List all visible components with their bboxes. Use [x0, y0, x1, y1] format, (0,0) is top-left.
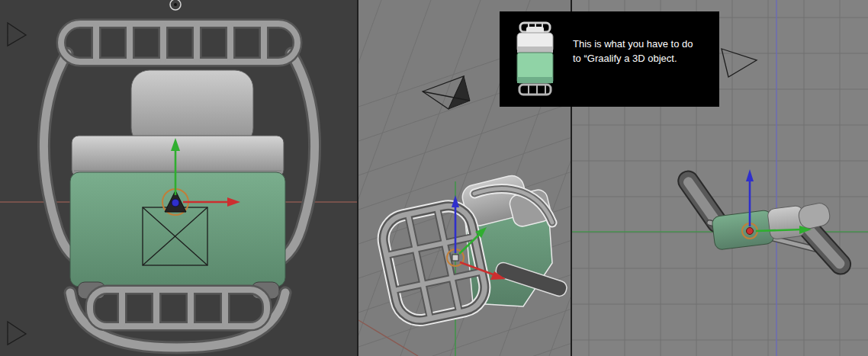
tooltip-line-1: This is what you have to do: [573, 37, 693, 51]
thumbnail-lid-shade: [517, 47, 553, 53]
tooltip-text: This is what you have to do to “Graalify…: [573, 11, 693, 66]
seat-back[interactable]: [131, 70, 253, 146]
thumbnail-body-shade: [517, 77, 553, 83]
gizmo-center-handle[interactable]: [452, 255, 458, 261]
tooltip-line-2: to “Graalify a 3D object.: [573, 51, 693, 66]
object-thumbnail: [508, 21, 562, 98]
panel-divider[interactable]: [357, 0, 358, 356]
gizmo-z-handle[interactable]: [172, 199, 179, 207]
3d-editor-window: This is what you have to do to “Graalify…: [0, 0, 868, 356]
instruction-tooltip: This is what you have to do to “Graalify…: [500, 11, 719, 107]
gizmo-x-handle[interactable]: [747, 228, 754, 235]
viewport-front[interactable]: [0, 0, 358, 356]
